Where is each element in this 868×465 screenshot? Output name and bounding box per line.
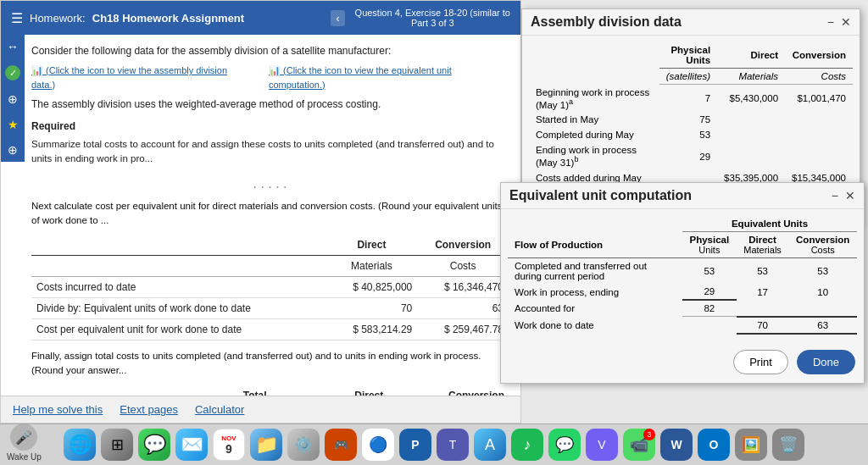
equiv-row-1-label: Work in process, ending — [508, 284, 682, 300]
assembly-close-btn[interactable]: ✕ — [841, 15, 851, 29]
assign-col-direct: Direct — [271, 385, 388, 396]
assembly-minimize-btn[interactable]: − — [827, 15, 834, 29]
outlook-icon[interactable]: O — [698, 429, 730, 461]
assembly-panel-title: Assembly division data — [531, 14, 682, 30]
direct-header: Direct — [717, 42, 785, 69]
equiv-panel-title: Equivalent unit computation — [509, 188, 692, 203]
flow-col-header: Flow of Production — [508, 232, 682, 258]
costs-subheader: Costs — [785, 69, 853, 85]
scroll-indicator: · · · · · — [31, 175, 509, 199]
assembly-row-3: Ending work in process (May 31)b 29 — [529, 142, 853, 170]
cost-col-conversion: Conversion — [417, 235, 509, 256]
calendar-day: 9 — [225, 442, 232, 456]
equiv-units-header: Equivalent Units — [682, 216, 857, 232]
wake-up-button[interactable]: 🎤 Wake Up — [7, 423, 42, 462]
facetime-badge: 3 — [643, 429, 655, 440]
facetime-icon[interactable]: 📹 3 — [623, 429, 655, 461]
calculator-link[interactable]: Calculator — [195, 403, 245, 416]
nav-icon-4[interactable]: ⊕ — [8, 143, 18, 157]
system-prefs-icon[interactable]: ⚙️ — [287, 429, 320, 461]
assembly-data-link[interactable]: 📊 (Click the icon to view the assembly d… — [31, 64, 252, 91]
footer-bar: Help me solve this Etext pages Calculato… — [1, 396, 520, 423]
equiv-row-0-physical: 53 — [682, 258, 737, 285]
summarize-text: Summarize total costs to account for and… — [31, 137, 509, 167]
messages-icon[interactable]: 💬 — [138, 429, 170, 461]
equiv-row-3: Work done to date 70 63 — [508, 317, 857, 334]
word-icon[interactable]: W — [660, 429, 693, 461]
equiv-row-1-physical: 29 — [682, 284, 737, 300]
equiv-row-1-direct: 17 — [737, 284, 789, 300]
taskbar: 🎤 Wake Up 🌐 ⊞ 💬 ✉️ NOV 9 📁 ⚙️ 🎮 🔵 P T A … — [0, 423, 868, 465]
nav-icon-3[interactable]: ★ — [8, 118, 19, 131]
pearson-icon[interactable]: P — [399, 429, 431, 461]
equiv-unit-panel: Equivalent unit computation − ✕ Equivale… — [500, 182, 865, 384]
cost-per-unit-direct: $ 583,214.29 — [326, 319, 418, 340]
menu-icon[interactable]: ☰ — [11, 10, 23, 26]
homework-panel: ☰ Homework: Ch18 Homework Assignment ‹ Q… — [0, 0, 521, 423]
spotify-icon[interactable]: ♪ — [511, 429, 543, 461]
assembly-data-table: Physical Units Direct Conversion (satell… — [529, 42, 853, 185]
equiv-row-3-label: Work done to date — [508, 317, 682, 334]
left-sidebar: ↔ ✓ ⊕ ★ ⊕ — [1, 35, 25, 162]
homework-body: Consider the following data for the asse… — [1, 35, 520, 396]
assembly-row-1-label: Started in May — [529, 112, 659, 127]
print-button[interactable]: Print — [733, 350, 788, 374]
equiv-panel-header: Equivalent unit computation − ✕ — [501, 183, 864, 209]
etext-link[interactable]: Etext pages — [120, 403, 178, 416]
gaming-icon[interactable]: 🎮 — [325, 429, 357, 461]
appstore-icon[interactable]: A — [474, 429, 506, 461]
conversion-header: Conversion — [785, 42, 853, 69]
chrome-icon[interactable]: 🔵 — [362, 429, 394, 461]
assign-col-total: Total — [152, 385, 270, 396]
viber-icon[interactable]: V — [586, 429, 618, 461]
done-button[interactable]: Done — [797, 350, 855, 374]
teams-icon[interactable]: T — [437, 429, 469, 461]
whatsapp-icon[interactable]: 💬 — [548, 429, 581, 461]
mail-icon[interactable]: ✉️ — [175, 429, 208, 461]
assembly-row-2-label: Completed during May — [529, 127, 659, 142]
divide-by-label: Divide by: Equivalent units of work done… — [31, 298, 326, 319]
check-icon[interactable]: ✓ — [5, 65, 20, 80]
launchpad-icon[interactable]: ⊞ — [101, 429, 133, 461]
intro-text: Consider the following data for the asse… — [31, 43, 509, 58]
equiv-data-table: Equivalent Units Flow of Production Phys… — [508, 216, 857, 335]
assembly-row-0-direct: $5,430,000 — [717, 85, 785, 113]
assembly-row-3-label: Ending work in process (May 31)b — [529, 142, 659, 170]
cost-col-direct: Direct — [326, 235, 418, 256]
equiv-unit-link[interactable]: 📊 (Click the icon to view the equivalent… — [269, 64, 509, 91]
equiv-conversion-header: Conversion Costs — [788, 232, 857, 258]
trash-icon[interactable]: 🗑️ — [772, 429, 804, 461]
assembly-panel-controls: − ✕ — [827, 15, 851, 29]
materials-subheader: Materials — [717, 69, 785, 85]
icons-row: 📊 (Click the icon to view the assembly d… — [31, 64, 509, 91]
finder-icon[interactable]: 📁 — [250, 429, 282, 461]
assembly-row-1-physical: 75 — [659, 112, 717, 127]
required-label: Required — [31, 119, 509, 134]
question-label: Question 4, Exercise 18-20 (similar to — [355, 8, 510, 18]
nav-icon-1[interactable]: ↔ — [7, 40, 19, 53]
equiv-direct-header: Direct Materials — [737, 232, 789, 258]
assign-note: Finally, assign total costs to units com… — [31, 349, 509, 379]
equiv-panel-footer: Print Done — [501, 341, 864, 383]
assembly-row-0-label: Beginning work in process (May 1)a — [529, 85, 659, 113]
assembly-row-1: Started in May 75 — [529, 112, 853, 127]
help-solve-link[interactable]: Help me solve this — [13, 403, 103, 416]
photos-icon[interactable]: 🖼️ — [735, 429, 767, 461]
cost-per-unit-label: Cost per equivalent unit for work done t… — [31, 319, 326, 340]
equiv-table-wrapper: Equivalent Units Flow of Production Phys… — [501, 209, 864, 341]
equiv-close-btn[interactable]: ✕ — [845, 189, 855, 202]
costs-incurred-direct: $ 40,825,000 — [326, 277, 418, 298]
assign-col-conversion: Conversion — [387, 385, 509, 396]
equiv-row-2-physical: 82 — [682, 300, 737, 317]
nav-icon-2[interactable]: ⊕ — [8, 92, 18, 106]
weighted-note: The assembly division uses the weighted-… — [31, 97, 509, 112]
calendar-icon[interactable]: NOV 9 — [213, 429, 245, 461]
physical-units-header: Physical Units — [659, 42, 717, 69]
cost-sub-materials: Materials — [326, 256, 418, 277]
equiv-row-3-conversion: 63 — [788, 317, 857, 334]
equiv-row-1: Work in process, ending 29 17 10 — [508, 284, 857, 300]
back-arrow[interactable]: ‹ — [331, 10, 344, 26]
safari-icon[interactable]: 🌐 — [64, 429, 96, 461]
equiv-minimize-btn[interactable]: − — [832, 189, 838, 202]
divide-by-conversion: 63 — [417, 298, 509, 319]
